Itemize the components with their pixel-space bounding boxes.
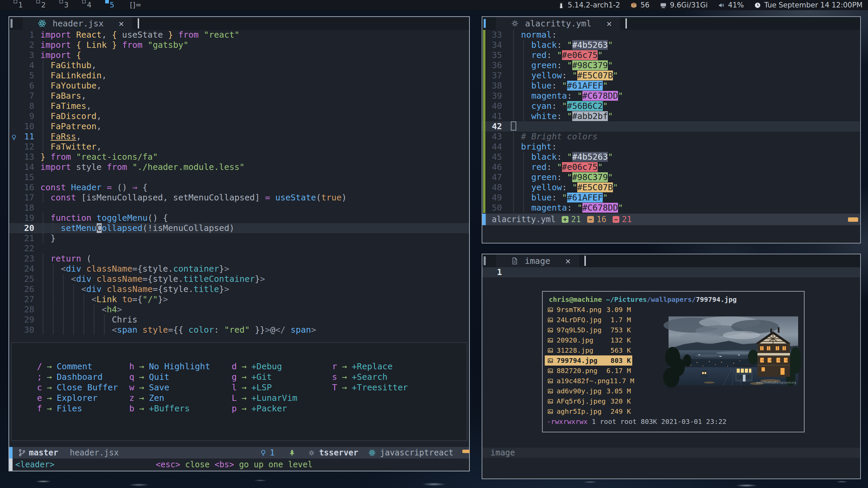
scrollbar-thumb[interactable] bbox=[462, 450, 470, 453]
which-key-item-l[interactable]: l→+LSP bbox=[228, 382, 328, 393]
sign-column bbox=[482, 30, 487, 40]
workspace-button-1[interactable]: 1 bbox=[14, 1, 23, 9]
code-line-29: 29│ │ │ │ │ │ │ Chris bbox=[9, 315, 469, 325]
arrow-icon: → bbox=[47, 361, 52, 372]
file-row[interactable]: 20920.jpg132 K bbox=[545, 335, 632, 345]
yaml-code-area[interactable]: 33│ normal:34│ │ black: "#4b5263"35│ │ r… bbox=[482, 30, 860, 213]
git-removed-count: 21 bbox=[622, 215, 632, 224]
file-name: aghr5Ip.jpg bbox=[557, 406, 611, 416]
which-key-item-f[interactable]: f→Files bbox=[33, 403, 126, 414]
line-number: 47 bbox=[487, 172, 502, 182]
sign-column bbox=[482, 203, 487, 213]
file-row[interactable]: AFq5r6j.jpeg320 K bbox=[545, 396, 632, 406]
line-text: │ │ yellow: "#E5C07B" bbox=[511, 182, 618, 193]
sign-column bbox=[482, 162, 487, 172]
workspace-button-3[interactable]: 3 bbox=[60, 1, 69, 9]
sign-column bbox=[9, 91, 19, 101]
tab-image[interactable]: image × bbox=[496, 254, 579, 267]
color-swatch: #98C379 bbox=[572, 60, 608, 70]
line-number: 22 bbox=[19, 243, 34, 254]
key: r bbox=[328, 361, 337, 372]
line-number: 6 bbox=[19, 81, 34, 91]
which-key-item-p[interactable]: p→+Packer bbox=[228, 403, 328, 414]
binding-label: +LSP bbox=[251, 382, 272, 393]
image-file-icon bbox=[547, 327, 553, 333]
line-text: │ return ( bbox=[40, 254, 92, 264]
which-key-item-g[interactable]: g→+Git bbox=[228, 372, 328, 382]
file-row[interactable]: 97q9L5D.jpg753 K bbox=[545, 325, 632, 335]
code-line-1: 1import React, { useState } from "react" bbox=[9, 30, 469, 40]
file-browser-header: chris@machine ~/Pictures/wallpapers/7997… bbox=[545, 294, 804, 305]
color-swatch: #e06c75 bbox=[562, 162, 598, 172]
sign-column bbox=[9, 142, 19, 152]
workspace-button-2[interactable]: 2 bbox=[37, 1, 45, 9]
lsp-server-name: tsserver bbox=[319, 448, 359, 457]
which-key-item-z[interactable]: z→Zen bbox=[126, 393, 228, 403]
line-number: 7 bbox=[19, 91, 34, 101]
code-area[interactable]: 1import React, { useState } from "react"… bbox=[9, 30, 469, 335]
image-file-icon bbox=[547, 398, 553, 404]
which-key-item-b[interactable]: b→+Buffers bbox=[126, 403, 228, 414]
status-text: Tue September 14 12:00PM bbox=[764, 1, 863, 9]
which-key-item-h[interactable]: h→No Highlight bbox=[126, 361, 228, 372]
file-row[interactable]: 24LrDFQ.jpg1.7 M bbox=[545, 315, 632, 325]
file-row-selected[interactable]: 799794.jpg803 K bbox=[545, 355, 632, 366]
sign-column bbox=[9, 243, 19, 254]
close-icon[interactable]: × bbox=[565, 256, 571, 266]
which-key-item-T[interactable]: T→+Treesitter bbox=[328, 382, 408, 393]
workspace-button-4[interactable]: 4 bbox=[83, 1, 91, 9]
file-size: 320 K bbox=[611, 396, 631, 406]
which-key-item-/[interactable]: /→Comment bbox=[33, 361, 126, 372]
code-line-17: 17│ const [isMenuCollapsed, setMenuColla… bbox=[9, 193, 469, 203]
git-branch-name[interactable]: master bbox=[29, 448, 58, 457]
which-key-item-w[interactable]: w→Save bbox=[126, 382, 228, 393]
which-key-item-r[interactable]: r→+Replace bbox=[328, 361, 408, 372]
tabline-caret bbox=[584, 256, 586, 266]
line-text: │ FaTwitter, bbox=[40, 142, 102, 152]
sign-column bbox=[9, 315, 19, 325]
tab-header-jsx[interactable]: header.jsx × bbox=[23, 17, 132, 30]
file-row[interactable]: aghr5Ip.jpg249 K bbox=[545, 406, 632, 416]
image-file-icon bbox=[547, 337, 553, 343]
color-swatch: #4b5263 bbox=[572, 40, 608, 50]
file-row[interactable]: ad6v90y.jpg3.05 M bbox=[545, 386, 632, 396]
color-swatch: #61AFEF bbox=[567, 81, 603, 91]
which-key-item-q[interactable]: q→Quit bbox=[126, 372, 228, 382]
arrow-icon: → bbox=[139, 372, 144, 382]
which-key-item-;[interactable]: ;→Dashboard bbox=[33, 372, 126, 382]
file-browser-footer: -rwxrwxrwx 1 root root 803K 2021-03-01 2… bbox=[545, 416, 804, 427]
line-text: │ │ │ │ │ <Link to={"/"}> bbox=[40, 294, 168, 305]
which-key-item-s[interactable]: s→+Search bbox=[328, 372, 408, 382]
buffer-area[interactable]: 1 bbox=[482, 267, 860, 277]
file-row[interactable]: 9rsmTK4.png3.09 M bbox=[545, 305, 632, 315]
which-key-item-e[interactable]: e→Explorer bbox=[33, 393, 126, 403]
tab-alacritty-yml[interactable]: alacritty.yml × bbox=[496, 17, 620, 30]
which-key-item-c[interactable]: c→Close Buffer bbox=[33, 382, 126, 393]
file-row[interactable]: a19c482f~.png11.7 M bbox=[545, 376, 632, 386]
editor-statusline: master header.jsx 1 tsserver javascriptr… bbox=[9, 447, 469, 458]
file-row[interactable]: 882720.png6.17 M bbox=[545, 366, 632, 376]
color-swatch: #56B6C2 bbox=[567, 101, 603, 111]
arrow-icon: → bbox=[47, 382, 52, 393]
file-row[interactable]: 31228.jpg563 K bbox=[545, 345, 632, 355]
binding-label: Quit bbox=[149, 372, 169, 382]
lightbulb-icon bbox=[259, 449, 267, 456]
close-icon[interactable]: × bbox=[606, 19, 612, 28]
file-name: AFq5r6j.jpeg bbox=[557, 396, 611, 406]
workspace-button-5[interactable]: 5 bbox=[106, 1, 114, 9]
sign-column bbox=[9, 30, 19, 40]
which-key-item-d[interactable]: d→+Debug bbox=[228, 361, 328, 372]
line-number: 28 bbox=[19, 305, 34, 315]
line-number: 36 bbox=[487, 60, 502, 71]
workspace-square-icon bbox=[14, 0, 17, 3]
file-name: 31228.jpg bbox=[557, 345, 611, 355]
sign-column bbox=[482, 40, 487, 50]
which-key-item-L[interactable]: L→+LunarVim bbox=[228, 393, 328, 403]
line-number: 42 bbox=[487, 121, 502, 132]
layout-indicator[interactable]: []= bbox=[130, 1, 141, 9]
command-line[interactable]: <leader> <esc> close <bs> go up one leve… bbox=[9, 458, 469, 471]
scrollbar-thumb[interactable] bbox=[848, 217, 858, 222]
close-icon[interactable]: × bbox=[119, 19, 124, 28]
code-line-20: 20│ │ setMenuCollapsed(!isMenuCollapsed) bbox=[9, 223, 469, 233]
arrow-icon: → bbox=[47, 372, 52, 382]
